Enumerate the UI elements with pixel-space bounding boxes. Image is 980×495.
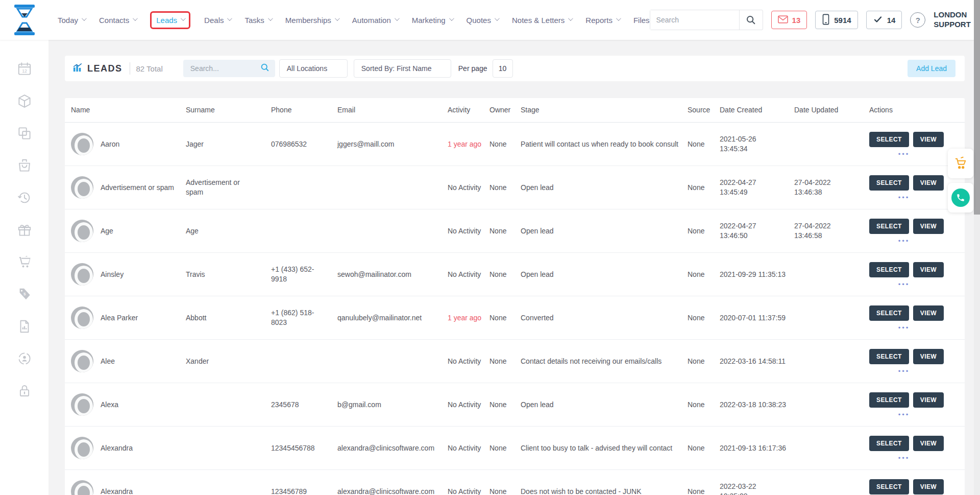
more-actions-button[interactable]: •••	[869, 456, 939, 461]
table-row: Alexandra 123456789 alexandra@clinicsoft…	[65, 470, 965, 495]
select-button[interactable]: SELECT	[869, 132, 909, 147]
per-page-select[interactable]: 10	[493, 59, 513, 78]
search-icon[interactable]	[739, 10, 763, 30]
global-search-input[interactable]	[650, 10, 739, 30]
nav-item-today[interactable]: Today	[58, 16, 85, 25]
select-button[interactable]: SELECT	[869, 262, 909, 277]
select-button[interactable]: SELECT	[869, 392, 909, 408]
lead-owner: None	[489, 183, 521, 193]
more-actions-button[interactable]: •••	[869, 282, 939, 287]
help-icon[interactable]: ?	[910, 12, 925, 28]
select-button[interactable]: SELECT	[869, 479, 909, 494]
lead-source: None	[688, 443, 720, 453]
search-icon[interactable]	[260, 62, 270, 75]
main-content: LEADS 82 Total All Locations Sorted By: …	[48, 40, 980, 495]
floating-cart-button[interactable]	[948, 149, 973, 178]
add-lead-button[interactable]: Add Lead	[908, 60, 955, 77]
main-nav: Today Contacts Leads Deals Tasks Members…	[58, 11, 650, 29]
history-icon[interactable]	[17, 190, 32, 205]
lead-source: None	[688, 313, 720, 323]
tasks-badge[interactable]: 14	[866, 11, 902, 29]
phone-badge[interactable]: 5914	[815, 11, 857, 29]
view-button[interactable]: VIEW	[913, 175, 944, 191]
view-button[interactable]: VIEW	[913, 219, 944, 234]
package-icon[interactable]	[17, 93, 32, 109]
more-actions-button[interactable]: •••	[869, 412, 939, 417]
table-row: Ainsley Travis +1 (433) 652-9918 sewoh@m…	[65, 253, 965, 296]
nav-item-tasks[interactable]: Tasks	[244, 16, 271, 25]
nav-item-leads[interactable]: Leads	[150, 11, 190, 29]
more-actions-button[interactable]: •••	[869, 239, 939, 244]
shopping-bag-icon[interactable]	[17, 158, 32, 173]
lead-stage: Does not wish to be contacted - JUNK	[521, 487, 688, 495]
lead-date-created: 2022-03-22 10:35:08	[720, 482, 794, 495]
copy-icon[interactable]	[17, 126, 32, 141]
page-scrollbar[interactable]	[974, 0, 980, 495]
avatar	[71, 263, 93, 286]
lead-activity: No Activity	[448, 400, 489, 410]
app-logo-hourglass-icon[interactable]	[13, 5, 36, 35]
gift-icon[interactable]	[17, 222, 32, 238]
lead-activity: No Activity	[448, 226, 489, 236]
calendar-icon[interactable]: 12	[17, 61, 32, 77]
lead-date-created: 2022-04-27 13:46:50	[720, 221, 794, 241]
nav-item-contacts[interactable]: Contacts	[99, 16, 136, 25]
lead-surname: Advertisement or spam	[186, 178, 271, 197]
view-button[interactable]: VIEW	[913, 436, 944, 451]
more-actions-button[interactable]: •••	[869, 152, 939, 157]
leads-chart-icon	[73, 63, 82, 74]
chevron-down-icon	[495, 16, 500, 21]
cart-icon[interactable]	[17, 254, 32, 270]
view-button[interactable]: VIEW	[913, 479, 944, 494]
nav-item-memberships[interactable]: Memberships	[285, 16, 338, 25]
nav-item-marketing[interactable]: Marketing	[412, 16, 453, 25]
location-filter-select[interactable]: All Locations	[279, 59, 348, 78]
nav-item-quotes[interactable]: Quotes	[467, 16, 498, 25]
view-button[interactable]: VIEW	[913, 305, 944, 321]
lead-activity: No Activity	[448, 487, 489, 495]
leads-search-input[interactable]	[190, 64, 260, 73]
view-button[interactable]: VIEW	[913, 132, 944, 147]
column-header-stage: Stage	[521, 105, 688, 115]
view-button[interactable]: VIEW	[913, 392, 944, 408]
select-button[interactable]: SELECT	[869, 436, 909, 451]
mail-badge[interactable]: 13	[771, 11, 807, 29]
report-icon[interactable]	[17, 319, 32, 334]
nav-item-reports[interactable]: Reports	[585, 16, 620, 25]
view-button[interactable]: VIEW	[913, 262, 944, 277]
nav-item-deals[interactable]: Deals	[204, 16, 231, 25]
table-rows: Aaron Jager 076986532 jggers@maill.com 1…	[65, 123, 965, 495]
sort-filter-select[interactable]: Sorted By: First Name	[354, 59, 451, 78]
select-button[interactable]: SELECT	[869, 175, 909, 191]
leads-search	[183, 60, 275, 77]
lock-icon[interactable]	[17, 383, 32, 398]
nav-item-notes-letters[interactable]: Notes & Letters	[512, 16, 572, 25]
nav-item-files[interactable]: Files	[633, 16, 650, 25]
lead-email: b@gmail.com	[337, 400, 448, 410]
view-button[interactable]: VIEW	[913, 349, 944, 364]
select-button[interactable]: SELECT	[869, 305, 909, 321]
lead-name: Advertisement or spam	[101, 183, 174, 193]
more-actions-button[interactable]: •••	[869, 195, 939, 200]
total-count: 82 Total	[136, 64, 163, 73]
chevron-down-icon	[133, 16, 138, 21]
more-actions-button[interactable]: •••	[869, 369, 939, 374]
nav-item-automation[interactable]: Automation	[352, 16, 398, 25]
lead-date-created: 2021-09-13 16:17:36	[720, 443, 794, 453]
scrollbar-thumb[interactable]	[974, 0, 980, 215]
lead-owner: None	[489, 487, 521, 495]
more-actions-button[interactable]: •••	[869, 325, 939, 331]
price-tag-icon[interactable]: $	[17, 287, 32, 302]
lead-surname: Jager	[186, 139, 271, 149]
lead-phone: 12345456788	[271, 443, 337, 453]
page-title-block: LEADS	[73, 63, 122, 74]
select-button[interactable]: SELECT	[869, 219, 909, 234]
support-user-icon[interactable]	[17, 351, 32, 366]
select-button[interactable]: SELECT	[869, 349, 909, 364]
lead-date-updated: 27-04-2022 13:46:58	[794, 221, 869, 241]
floating-call-button[interactable]	[948, 183, 973, 213]
avatar	[71, 133, 93, 155]
lead-phone: +1 (433) 652-9918	[271, 265, 337, 284]
avatar	[71, 350, 93, 372]
column-header-date-updated: Date Updated	[794, 105, 869, 115]
